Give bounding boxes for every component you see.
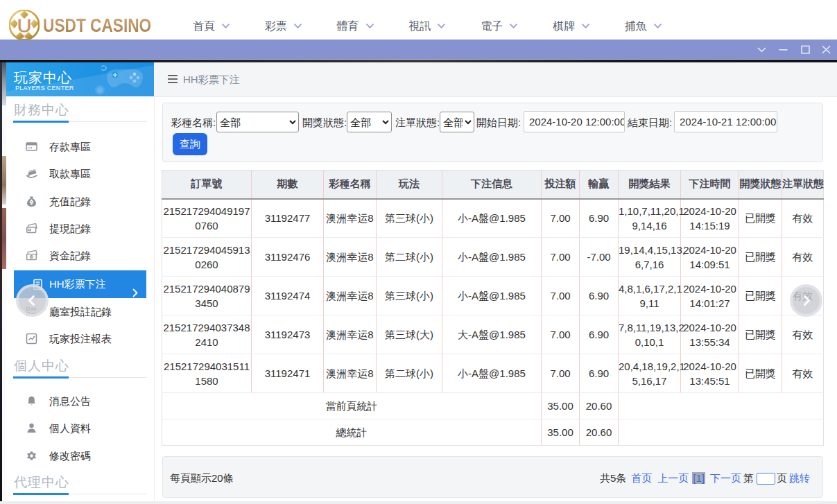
svg-text:CASINO: CASINO xyxy=(16,35,32,39)
svg-text:U: U xyxy=(17,14,32,37)
